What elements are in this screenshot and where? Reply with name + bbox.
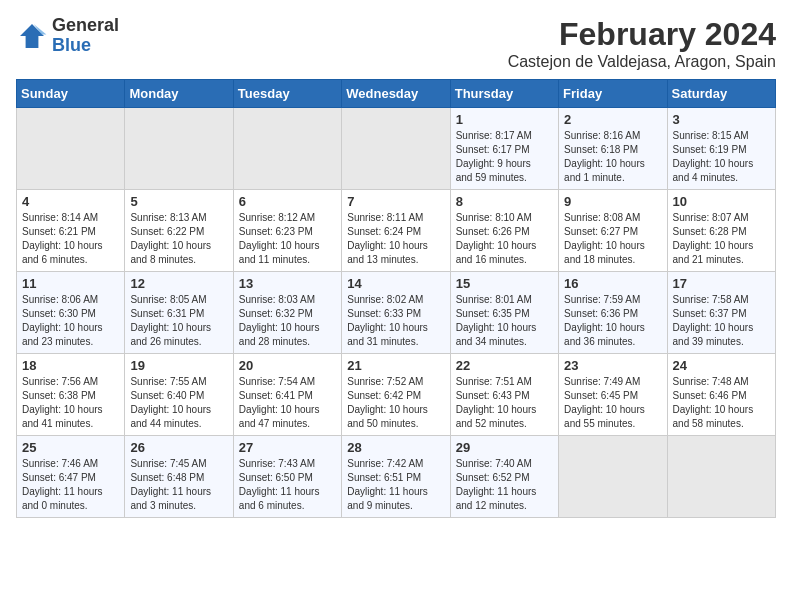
cell-info: Sunrise: 7:55 AM Sunset: 6:40 PM Dayligh… <box>130 375 227 431</box>
calendar-cell <box>559 436 667 518</box>
calendar-cell: 22Sunrise: 7:51 AM Sunset: 6:43 PM Dayli… <box>450 354 558 436</box>
svg-marker-0 <box>20 24 44 48</box>
calendar-cell: 27Sunrise: 7:43 AM Sunset: 6:50 PM Dayli… <box>233 436 341 518</box>
cell-day-number: 8 <box>456 194 553 209</box>
cell-day-number: 22 <box>456 358 553 373</box>
cell-info: Sunrise: 8:13 AM Sunset: 6:22 PM Dayligh… <box>130 211 227 267</box>
logo: General Blue <box>16 16 119 56</box>
calendar-header: SundayMondayTuesdayWednesdayThursdayFrid… <box>17 80 776 108</box>
cell-info: Sunrise: 8:02 AM Sunset: 6:33 PM Dayligh… <box>347 293 444 349</box>
cell-day-number: 23 <box>564 358 661 373</box>
cell-info: Sunrise: 7:56 AM Sunset: 6:38 PM Dayligh… <box>22 375 119 431</box>
calendar-cell: 9Sunrise: 8:08 AM Sunset: 6:27 PM Daylig… <box>559 190 667 272</box>
cell-day-number: 9 <box>564 194 661 209</box>
cell-day-number: 24 <box>673 358 770 373</box>
calendar-cell: 23Sunrise: 7:49 AM Sunset: 6:45 PM Dayli… <box>559 354 667 436</box>
calendar-cell: 29Sunrise: 7:40 AM Sunset: 6:52 PM Dayli… <box>450 436 558 518</box>
cell-day-number: 20 <box>239 358 336 373</box>
calendar-cell: 2Sunrise: 8:16 AM Sunset: 6:18 PM Daylig… <box>559 108 667 190</box>
cell-day-number: 25 <box>22 440 119 455</box>
page-header: General Blue February 2024 Castejon de V… <box>16 16 776 71</box>
cell-info: Sunrise: 8:10 AM Sunset: 6:26 PM Dayligh… <box>456 211 553 267</box>
cell-info: Sunrise: 7:46 AM Sunset: 6:47 PM Dayligh… <box>22 457 119 513</box>
cell-info: Sunrise: 7:52 AM Sunset: 6:42 PM Dayligh… <box>347 375 444 431</box>
cell-day-number: 21 <box>347 358 444 373</box>
calendar-title: February 2024 <box>508 16 776 53</box>
cell-day-number: 14 <box>347 276 444 291</box>
calendar-week-row: 18Sunrise: 7:56 AM Sunset: 6:38 PM Dayli… <box>17 354 776 436</box>
calendar-week-row: 4Sunrise: 8:14 AM Sunset: 6:21 PM Daylig… <box>17 190 776 272</box>
title-block: February 2024 Castejon de Valdejasa, Ara… <box>508 16 776 71</box>
calendar-cell <box>667 436 775 518</box>
calendar-cell: 28Sunrise: 7:42 AM Sunset: 6:51 PM Dayli… <box>342 436 450 518</box>
calendar-cell: 17Sunrise: 7:58 AM Sunset: 6:37 PM Dayli… <box>667 272 775 354</box>
weekday-header: Friday <box>559 80 667 108</box>
cell-info: Sunrise: 7:58 AM Sunset: 6:37 PM Dayligh… <box>673 293 770 349</box>
calendar-cell: 12Sunrise: 8:05 AM Sunset: 6:31 PM Dayli… <box>125 272 233 354</box>
cell-day-number: 28 <box>347 440 444 455</box>
cell-day-number: 15 <box>456 276 553 291</box>
calendar-cell: 11Sunrise: 8:06 AM Sunset: 6:30 PM Dayli… <box>17 272 125 354</box>
calendar-cell <box>233 108 341 190</box>
weekday-header: Tuesday <box>233 80 341 108</box>
cell-info: Sunrise: 7:43 AM Sunset: 6:50 PM Dayligh… <box>239 457 336 513</box>
calendar-cell: 10Sunrise: 8:07 AM Sunset: 6:28 PM Dayli… <box>667 190 775 272</box>
cell-day-number: 19 <box>130 358 227 373</box>
calendar-cell: 13Sunrise: 8:03 AM Sunset: 6:32 PM Dayli… <box>233 272 341 354</box>
cell-info: Sunrise: 8:03 AM Sunset: 6:32 PM Dayligh… <box>239 293 336 349</box>
cell-day-number: 18 <box>22 358 119 373</box>
calendar-cell: 19Sunrise: 7:55 AM Sunset: 6:40 PM Dayli… <box>125 354 233 436</box>
cell-info: Sunrise: 7:51 AM Sunset: 6:43 PM Dayligh… <box>456 375 553 431</box>
weekday-header: Monday <box>125 80 233 108</box>
calendar-cell: 21Sunrise: 7:52 AM Sunset: 6:42 PM Dayli… <box>342 354 450 436</box>
cell-day-number: 12 <box>130 276 227 291</box>
weekday-header: Sunday <box>17 80 125 108</box>
cell-day-number: 6 <box>239 194 336 209</box>
weekday-header: Wednesday <box>342 80 450 108</box>
calendar-week-row: 11Sunrise: 8:06 AM Sunset: 6:30 PM Dayli… <box>17 272 776 354</box>
calendar-cell <box>17 108 125 190</box>
cell-info: Sunrise: 8:11 AM Sunset: 6:24 PM Dayligh… <box>347 211 444 267</box>
cell-info: Sunrise: 7:49 AM Sunset: 6:45 PM Dayligh… <box>564 375 661 431</box>
calendar-cell: 14Sunrise: 8:02 AM Sunset: 6:33 PM Dayli… <box>342 272 450 354</box>
calendar-cell: 26Sunrise: 7:45 AM Sunset: 6:48 PM Dayli… <box>125 436 233 518</box>
cell-info: Sunrise: 8:14 AM Sunset: 6:21 PM Dayligh… <box>22 211 119 267</box>
cell-day-number: 17 <box>673 276 770 291</box>
calendar-cell: 15Sunrise: 8:01 AM Sunset: 6:35 PM Dayli… <box>450 272 558 354</box>
cell-day-number: 26 <box>130 440 227 455</box>
calendar-subtitle: Castejon de Valdejasa, Aragon, Spain <box>508 53 776 71</box>
cell-info: Sunrise: 7:40 AM Sunset: 6:52 PM Dayligh… <box>456 457 553 513</box>
cell-day-number: 13 <box>239 276 336 291</box>
cell-info: Sunrise: 7:48 AM Sunset: 6:46 PM Dayligh… <box>673 375 770 431</box>
cell-info: Sunrise: 8:01 AM Sunset: 6:35 PM Dayligh… <box>456 293 553 349</box>
calendar-cell: 3Sunrise: 8:15 AM Sunset: 6:19 PM Daylig… <box>667 108 775 190</box>
calendar-cell: 18Sunrise: 7:56 AM Sunset: 6:38 PM Dayli… <box>17 354 125 436</box>
weekday-header: Thursday <box>450 80 558 108</box>
calendar-cell: 4Sunrise: 8:14 AM Sunset: 6:21 PM Daylig… <box>17 190 125 272</box>
calendar-cell <box>125 108 233 190</box>
cell-info: Sunrise: 8:17 AM Sunset: 6:17 PM Dayligh… <box>456 129 553 185</box>
calendar-cell: 5Sunrise: 8:13 AM Sunset: 6:22 PM Daylig… <box>125 190 233 272</box>
cell-day-number: 2 <box>564 112 661 127</box>
cell-day-number: 5 <box>130 194 227 209</box>
calendar-cell: 6Sunrise: 8:12 AM Sunset: 6:23 PM Daylig… <box>233 190 341 272</box>
cell-info: Sunrise: 8:05 AM Sunset: 6:31 PM Dayligh… <box>130 293 227 349</box>
cell-day-number: 3 <box>673 112 770 127</box>
cell-day-number: 29 <box>456 440 553 455</box>
cell-day-number: 1 <box>456 112 553 127</box>
calendar-week-row: 25Sunrise: 7:46 AM Sunset: 6:47 PM Dayli… <box>17 436 776 518</box>
calendar-week-row: 1Sunrise: 8:17 AM Sunset: 6:17 PM Daylig… <box>17 108 776 190</box>
weekday-header-row: SundayMondayTuesdayWednesdayThursdayFrid… <box>17 80 776 108</box>
calendar-cell: 24Sunrise: 7:48 AM Sunset: 6:46 PM Dayli… <box>667 354 775 436</box>
cell-day-number: 4 <box>22 194 119 209</box>
cell-info: Sunrise: 8:12 AM Sunset: 6:23 PM Dayligh… <box>239 211 336 267</box>
cell-info: Sunrise: 8:16 AM Sunset: 6:18 PM Dayligh… <box>564 129 661 185</box>
cell-day-number: 10 <box>673 194 770 209</box>
cell-day-number: 16 <box>564 276 661 291</box>
calendar-table: SundayMondayTuesdayWednesdayThursdayFrid… <box>16 79 776 518</box>
calendar-cell: 25Sunrise: 7:46 AM Sunset: 6:47 PM Dayli… <box>17 436 125 518</box>
cell-info: Sunrise: 8:07 AM Sunset: 6:28 PM Dayligh… <box>673 211 770 267</box>
cell-day-number: 27 <box>239 440 336 455</box>
cell-info: Sunrise: 7:54 AM Sunset: 6:41 PM Dayligh… <box>239 375 336 431</box>
calendar-cell: 7Sunrise: 8:11 AM Sunset: 6:24 PM Daylig… <box>342 190 450 272</box>
